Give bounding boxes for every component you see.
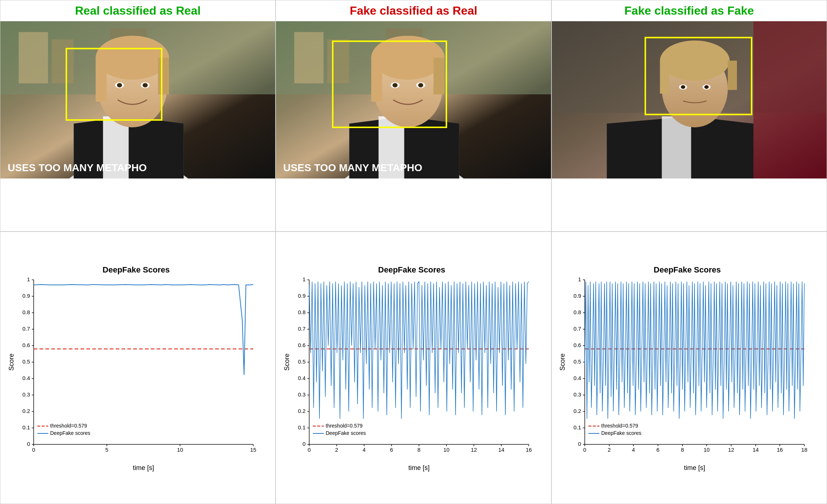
tick-y-0: 0	[27, 441, 30, 447]
svg-text:USES TOO MANY METAPHO: USES TOO MANY METAPHO	[283, 162, 422, 173]
svg-point-49	[681, 85, 685, 89]
tick-y3-0: 0	[578, 441, 581, 447]
tick-y2-02: 0.2	[298, 408, 306, 414]
tick-x3-2: 2	[608, 447, 611, 453]
score-line-2	[309, 282, 529, 419]
tick-y-05: 0.5	[22, 358, 30, 365]
tick-x-15: 15	[250, 447, 256, 453]
tick-y-03: 0.3	[22, 391, 30, 398]
tick-y2-08: 0.8	[298, 309, 306, 315]
chart-fake-as-real: DeepFake Scores 0 0.1 0.2 0.3 0.4 0.5 0.…	[276, 232, 551, 504]
svg-rect-45	[728, 61, 737, 90]
score-line-3	[585, 282, 804, 419]
tick-x-5: 5	[105, 447, 108, 453]
svg-rect-2	[19, 32, 48, 83]
tick-x3-18: 18	[801, 447, 808, 453]
tick-y2-03: 0.3	[298, 391, 306, 398]
column-real-as-real: Real classified as Real	[0, 0, 276, 232]
tick-y2-01: 0.1	[298, 424, 306, 430]
legend-threshold-text-3: threshold=0.579	[601, 423, 638, 429]
tick-x3-8: 8	[681, 447, 684, 453]
tick-y2-07: 0.7	[298, 326, 306, 332]
y-label-1: Score	[8, 354, 15, 371]
x-label-2: time [s]	[408, 464, 430, 471]
chart-real-as-real: DeepFake Scores 0 0.1 0.2 0.3	[0, 232, 276, 504]
tick-y2-1: 1	[303, 276, 306, 282]
title-fake-as-real: Fake classified as Real	[350, 0, 478, 21]
tick-y-04: 0.4	[22, 375, 30, 381]
svg-rect-11	[96, 58, 106, 102]
tick-y-02: 0.2	[22, 408, 30, 414]
tick-y-06: 0.6	[22, 342, 30, 348]
legend-threshold-text-1: threshold=0.579	[50, 423, 87, 429]
svg-rect-3	[52, 40, 74, 83]
tick-x3-16: 16	[777, 447, 783, 453]
tick-x-0: 0	[32, 447, 35, 453]
image-fake-as-real: USES TOO MANY METAPHO	[276, 21, 551, 178]
svg-rect-21	[294, 32, 323, 83]
tick-x2-10: 10	[444, 447, 450, 453]
chart-svg-3: DeepFake Scores 0 0.1 0.2 0.3 0.4 0.5 0.…	[555, 262, 819, 474]
title-fake-as-fake: Fake classified as Fake	[624, 0, 754, 21]
column-fake-as-real: Fake classified as Real	[276, 0, 551, 232]
svg-point-50	[704, 85, 708, 89]
svg-rect-31	[434, 58, 445, 94]
title-real-as-real: Real classified as Real	[75, 0, 201, 21]
tick-y2-06: 0.6	[298, 342, 306, 348]
tick-x3-12: 12	[728, 447, 734, 453]
svg-rect-46	[660, 61, 669, 94]
tick-x3-14: 14	[753, 447, 759, 453]
face-svg-3	[552, 21, 827, 178]
tick-x2-12: 12	[471, 447, 477, 453]
tick-x3-6: 6	[656, 447, 659, 453]
tick-y-08: 0.8	[22, 309, 30, 315]
chart-title-1: DeepFake Scores	[102, 265, 169, 274]
chart-svg-2: DeepFake Scores 0 0.1 0.2 0.3 0.4 0.5 0.…	[280, 262, 543, 474]
tick-x2-16: 16	[526, 447, 532, 453]
tick-y-07: 0.7	[22, 326, 30, 332]
tick-x-10: 10	[177, 447, 183, 453]
x-label-3: time [s]	[684, 464, 705, 471]
chart-fake-as-fake: DeepFake Scores 0 0.1 0.2 0.3 0.4 0.5 0.…	[551, 232, 827, 504]
svg-point-35	[418, 83, 423, 87]
chart-title-3: DeepFake Scores	[654, 265, 721, 274]
tick-y3-07: 0.7	[573, 326, 581, 332]
column-fake-as-fake: Fake classified as Fake	[551, 0, 827, 232]
face-svg-1: USES TOO MANY METAPHO	[0, 21, 275, 178]
tick-y3-06: 0.6	[573, 342, 581, 348]
tick-y2-09: 0.9	[298, 293, 306, 299]
tick-x2-14: 14	[498, 447, 505, 453]
image-fake-as-fake	[552, 21, 827, 178]
image-real-as-real: USES TOO MANY METAPHO	[0, 21, 275, 178]
tick-x2-6: 6	[390, 447, 393, 453]
tick-y3-03: 0.3	[573, 391, 581, 398]
chart-svg-1: DeepFake Scores 0 0.1 0.2 0.3	[4, 262, 268, 474]
tick-x2-0: 0	[308, 447, 311, 453]
tick-y3-09: 0.9	[573, 293, 581, 299]
legend-score-text-1: DeepFake scores	[50, 430, 90, 436]
tick-x2-2: 2	[335, 447, 338, 453]
svg-point-44	[660, 41, 729, 81]
tick-y3-1: 1	[578, 276, 581, 282]
svg-rect-12	[158, 58, 169, 94]
svg-point-15	[117, 83, 122, 87]
tick-y-1: 1	[27, 276, 30, 282]
tick-y-01: 0.1	[22, 424, 30, 430]
tick-y-09: 0.9	[22, 293, 30, 299]
score-line-1	[34, 285, 253, 375]
svg-point-34	[393, 83, 398, 87]
tick-x3-10: 10	[704, 447, 710, 453]
tick-y3-02: 0.2	[573, 408, 581, 414]
tick-x2-4: 4	[363, 447, 366, 453]
tick-y3-04: 0.4	[573, 375, 581, 381]
y-label-2: Score	[283, 354, 291, 371]
svg-rect-30	[371, 58, 382, 102]
tick-x2-8: 8	[418, 447, 420, 453]
legend-threshold-text-2: threshold=0.579	[326, 423, 363, 429]
legend-score-text-3: DeepFake scores	[601, 430, 641, 436]
tick-y3-05: 0.5	[573, 358, 581, 365]
tick-y2-0: 0	[303, 441, 306, 447]
tick-y3-01: 0.1	[573, 424, 581, 430]
tick-y3-08: 0.8	[573, 309, 581, 315]
tick-x3-0: 0	[583, 447, 586, 453]
